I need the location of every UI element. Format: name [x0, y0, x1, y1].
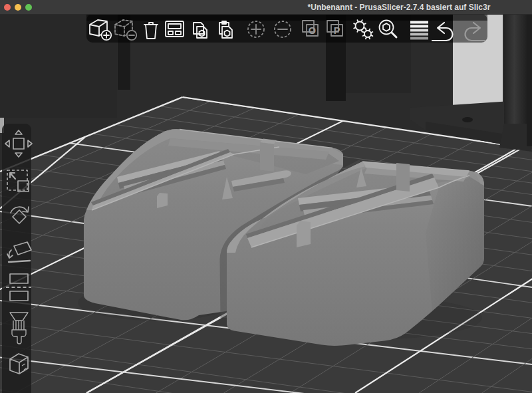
svg-text:O: O	[309, 25, 316, 36]
svg-text:P: P	[334, 25, 340, 36]
